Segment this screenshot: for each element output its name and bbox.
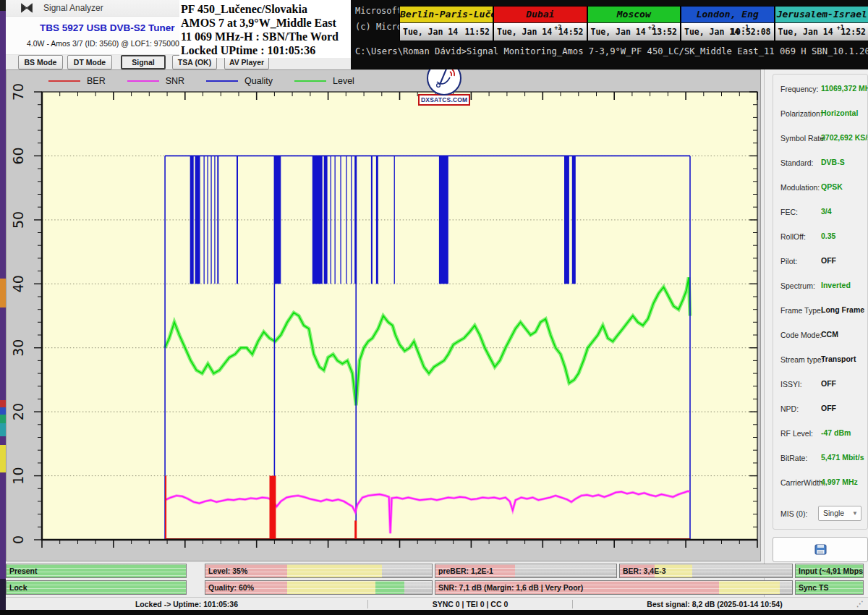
clock-london-eng: London, EngTue, Jan 14-110:52:08	[681, 7, 775, 41]
param-value: DVB-S	[821, 158, 845, 166]
resize-grip[interactable]: ⋰	[856, 601, 868, 608]
svg-text:10: 10	[10, 467, 26, 485]
app-icon	[20, 3, 33, 13]
meter-ber: BER: 3,4E-3	[619, 564, 793, 578]
mis-dropdown[interactable]: Single▼	[818, 506, 861, 521]
clock-date: Tue, Jan 14	[778, 27, 833, 37]
clock-jerusalem-israel: Jerusalem-IsraelTue, Jan 14+112:52	[775, 7, 868, 41]
caption-line: 11 069 MHz-H : SBN/The Word	[181, 30, 352, 43]
tab-dt-mode[interactable]: DT Mode	[67, 55, 112, 69]
signal-info-group: Frequency:11069,372 MHzPolarization:Hori…	[773, 74, 868, 530]
clock-berlin-paris-lu-enec: Berlin-Paris-LučenecTue, Jan 1411:52	[400, 7, 494, 41]
dxsatcs-label: DXSATCS.COM	[418, 94, 470, 106]
desktop-color-segment	[0, 407, 6, 415]
caption-line: PF 450_Lučenec/Slovakia	[181, 2, 352, 16]
status-bar: Locked -> Uptime: 101:05:36 SYNC 0 | TEI…	[6, 597, 868, 611]
signal-param-row: Standard:DVB-S	[773, 156, 867, 173]
param-label: CarrierWidth:	[780, 478, 825, 487]
clock-time: 12:52	[841, 27, 866, 37]
tab-bs-mode[interactable]: BS Mode	[18, 55, 63, 69]
meter-fill-yellow	[287, 581, 375, 594]
param-value: -47 dBm	[821, 428, 851, 437]
param-value: 11069,372 MHz	[821, 84, 868, 93]
desktop-color-segment	[0, 579, 6, 610]
param-value: QPSK	[821, 182, 843, 191]
legend-label: BER	[87, 76, 106, 86]
svg-text:40: 40	[10, 275, 26, 292]
param-value: 3702,692 KS/s	[821, 133, 868, 142]
param-value: OFF	[821, 404, 836, 412]
clock-date: Tue, Jan 14	[403, 27, 458, 37]
world-clocks: Berlin-Paris-LučenecTue, Jan 1411:52Duba…	[399, 6, 868, 41]
command-prompt-window[interactable]: Microsoft (c) Micro C:\Users\Roman Dávid…	[351, 0, 868, 69]
legend-label: Level	[333, 76, 354, 86]
param-value: Inverted	[821, 281, 851, 289]
legend-line-sample	[206, 80, 238, 82]
svg-text:70: 70	[10, 83, 26, 101]
meter-preber: preBER: 1,2E-1	[435, 564, 617, 578]
param-label: Standard:	[780, 158, 814, 167]
param-value: CCM	[821, 330, 838, 339]
param-label: Pilot:	[780, 257, 797, 266]
clock-date: Tue, Jan 14	[591, 27, 646, 37]
signal-param-row: Pilot:OFF	[773, 254, 867, 271]
meter-level: Level: 35%	[205, 564, 433, 578]
clock-date: Tue, Jan 14	[497, 27, 552, 37]
clock-city-label: London, Eng	[681, 7, 774, 23]
caption-line: Locked UPtime : 101:05:36	[181, 43, 352, 57]
legend-item-level: Level	[294, 76, 354, 86]
param-label: RollOff:	[780, 232, 806, 241]
clock-time: 14:52	[558, 27, 584, 37]
signal-plot[interactable]: 010203040506070	[7, 89, 762, 561]
param-label: NPD:	[780, 404, 799, 413]
disk-icon	[814, 544, 827, 555]
signal-param-row: Symbol Rate:3702,692 KS/s	[773, 131, 867, 148]
desktop-color-segment	[0, 0, 6, 11]
signal-param-row: Polarization:Horizontal	[773, 106, 867, 124]
mis-label: MIS (0):	[780, 509, 807, 518]
clock-city-label: Dubai	[494, 7, 587, 23]
desktop-color-segment	[0, 445, 6, 472]
legend-item-ber: BER	[48, 76, 106, 86]
legend-line-sample	[127, 80, 159, 82]
signal-param-row: RollOff:0.35	[773, 229, 867, 247]
signal-param-row: FEC:3/4	[773, 205, 867, 222]
param-label: Symbol Rate:	[780, 134, 826, 143]
desktop-color-segment	[0, 11, 6, 105]
param-value: OFF	[821, 256, 836, 265]
save-button[interactable]	[773, 537, 868, 562]
meter-label: Level: 35%	[208, 564, 247, 577]
meter-sync-ts: Sync TS	[795, 580, 864, 595]
clock-dubai: DubaiTue, Jan 14+314:52	[494, 7, 588, 41]
signal-chart-panel: BERSNRQualityLevel 010203040506070	[6, 69, 761, 561]
param-value: Horizontal	[821, 109, 858, 117]
taskbar-edge	[0, 610, 868, 615]
tab-signal-mon[interactable]: Signal Mon.	[121, 55, 166, 69]
legend-line-sample	[294, 80, 326, 82]
legend-label: SNR	[166, 76, 184, 86]
chart-legend: BERSNRQualityLevel	[48, 73, 376, 89]
meter-label: BER: 3,4E-3	[623, 564, 666, 577]
meter-label: Sync TS	[799, 581, 828, 594]
tuner-name: TBS 5927 USB DVB-S2 Tuner	[40, 22, 175, 33]
param-label: Stream type:	[780, 355, 824, 364]
param-label: FEC:	[780, 208, 798, 216]
param-value: 5,471 Mbit/s	[821, 453, 864, 462]
clock-time: 10:52:08	[731, 27, 770, 37]
param-label: Code Mode:	[780, 331, 822, 339]
meter-label: Lock	[9, 581, 27, 594]
desktop-color-segment	[0, 400, 6, 407]
clock-time-row: Tue, Jan 14-110:52:08	[681, 23, 774, 41]
meter-input-4-91-mbps: Input (~4,91 Mbps)	[795, 564, 864, 578]
meter-label: Input (~4,91 Mbps)	[799, 564, 864, 577]
param-label: Frame Type:	[780, 306, 823, 315]
desktop-color-segment	[0, 423, 6, 436]
signal-param-row: NPD:OFF	[773, 402, 867, 419]
meter-fill-yellow	[719, 581, 780, 594]
param-label: Polarization:	[780, 109, 822, 118]
clock-time-row: Tue, Jan 14+213:52	[588, 23, 681, 41]
clock-city-label: Moscow	[588, 7, 681, 23]
meter-fill-green	[375, 581, 405, 594]
desktop-color-segment	[0, 415, 6, 423]
svg-text:30: 30	[10, 339, 26, 357]
